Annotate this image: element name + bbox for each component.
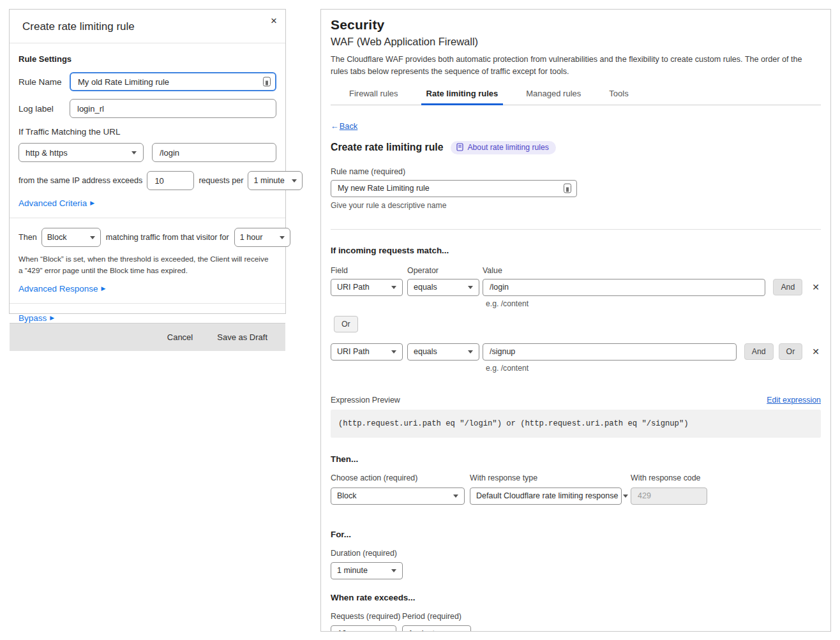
back-link[interactable]: ← Back (331, 121, 357, 131)
expression-preview-code: (http.request.uri.path eq "/login") or (… (331, 410, 821, 438)
form-title: Create rate limiting rule (331, 142, 443, 153)
tab-tools[interactable]: Tools (606, 89, 631, 105)
cancel-button[interactable]: Cancel (167, 332, 193, 342)
and-button[interactable]: And (744, 343, 774, 360)
or-button[interactable]: Or (334, 316, 358, 332)
caret-right-icon: ▶ (50, 315, 54, 321)
value-label: Value (483, 266, 502, 275)
field-label: Field (331, 266, 407, 275)
dialog-footer: Cancel Save as Draft (10, 323, 285, 351)
period-select[interactable]: 1 minute (402, 625, 471, 632)
page-subtitle: WAF (Web Application Firewall) (331, 36, 821, 48)
back-arrow-icon: ← (331, 121, 339, 131)
threshold-input[interactable] (147, 171, 194, 190)
bypass-link[interactable]: Bypass ▶ (19, 313, 54, 323)
autofill-icon[interactable] (564, 184, 571, 193)
dialog-body: Rule Settings Rule Name Log label If Tra… (10, 43, 285, 323)
log-label-input[interactable] (70, 99, 276, 118)
caret-right-icon: ▶ (101, 286, 106, 292)
or-button[interactable]: Or (779, 343, 803, 360)
legacy-duration-select[interactable]: 1 hour (234, 228, 290, 247)
page-title: Security (331, 17, 821, 33)
operator-label: Operator (407, 266, 483, 275)
response-code-label: With response code (631, 473, 707, 482)
action-select[interactable]: Block (331, 487, 465, 505)
log-label-label: Log label (19, 104, 70, 114)
url-input[interactable] (152, 143, 276, 162)
operator-select[interactable]: equals (407, 279, 479, 296)
dialog-header: Create rate limiting rule × (10, 10, 285, 43)
divider (331, 229, 821, 230)
value-hint: e.g. /content (486, 364, 821, 373)
waf-security-panel: Security WAF (Web Application Firewall) … (320, 9, 831, 632)
tab-rate-limiting-rules[interactable]: Rate limiting rules (424, 89, 501, 105)
rule-name-label: Rule Name (19, 77, 70, 87)
choose-action-label: Choose action (required) (331, 473, 465, 482)
requests-label: Requests (required) (331, 612, 402, 621)
response-type-label: With response type (470, 473, 622, 482)
field-select[interactable]: URI Path (331, 279, 403, 296)
rule-name-label: Rule name (required) (331, 167, 821, 176)
and-button[interactable]: And (773, 279, 802, 295)
threshold-suffix-text: requests per (199, 176, 243, 185)
rule-name-input[interactable] (331, 180, 577, 197)
close-icon[interactable]: × (271, 15, 277, 26)
edit-expression-link[interactable]: Edit expression (767, 396, 821, 405)
match-heading: If incoming requests match... (331, 246, 821, 255)
for-heading: For... (331, 530, 821, 539)
then-label: Then (19, 233, 37, 242)
legacy-rate-limit-dialog: Create rate limiting rule × Rule Setting… (9, 9, 286, 314)
autofill-icon[interactable] (263, 77, 271, 87)
response-type-select[interactable]: Default Cloudflare rate limiting respons… (470, 487, 622, 505)
value-input[interactable] (483, 343, 737, 361)
block-note-text: When “Block” is set, when the threshold … (19, 253, 276, 277)
traffic-match-heading: If Traffic Matching the URL (19, 127, 276, 137)
duration-label: Duration (required) (331, 549, 821, 558)
advanced-response-link[interactable]: Advanced Response ▶ (19, 284, 106, 294)
condition-row: URI Path equals And ✕ (331, 279, 821, 296)
remove-condition-icon[interactable]: ✕ (811, 345, 821, 358)
legacy-action-select[interactable]: Block (41, 228, 101, 247)
divider (10, 303, 285, 304)
threshold-prefix-text: from the same IP address exceeds (19, 176, 142, 185)
caret-right-icon: ▶ (90, 200, 94, 206)
tab-firewall-rules[interactable]: Firewall rules (347, 89, 401, 105)
rule-settings-heading: Rule Settings (19, 54, 276, 64)
save-as-draft-button[interactable]: Save as Draft (217, 332, 267, 342)
legacy-period-select[interactable]: 1 minute (248, 171, 303, 190)
scheme-select[interactable]: http & https (19, 143, 144, 162)
operator-select[interactable]: equals (407, 343, 479, 361)
rate-heading: When rate exceeds... (331, 593, 821, 602)
document-icon (456, 143, 463, 151)
period-label: Period (required) (402, 612, 461, 621)
expression-preview-label: Expression Preview (331, 396, 400, 405)
rule-name-help: Give your rule a descriptive name (331, 201, 821, 210)
field-select[interactable]: URI Path (331, 343, 403, 361)
rule-name-input[interactable] (70, 72, 276, 91)
waf-tabs: Firewall rules Rate limiting rules Manag… (331, 89, 821, 105)
dialog-title: Create rate limiting rule (22, 20, 135, 33)
tab-managed-rules[interactable]: Managed rules (523, 89, 583, 105)
advanced-criteria-link[interactable]: Advanced Criteria ▶ (19, 198, 94, 208)
page-description: The Cloudflare WAF provides both automat… (331, 54, 821, 78)
about-rate-limiting-link[interactable]: About rate limiting rules (451, 141, 555, 154)
requests-input[interactable] (331, 625, 396, 632)
value-hint: e.g. /content (486, 299, 821, 308)
then-suffix-text: matching traffic from that visitor for (106, 233, 229, 242)
remove-condition-icon[interactable]: ✕ (811, 281, 821, 294)
condition-row: URI Path equals And Or ✕ (331, 343, 821, 361)
duration-select[interactable]: 1 minute (331, 562, 403, 579)
value-input[interactable] (483, 279, 765, 296)
response-code-input (631, 487, 707, 505)
divider (10, 218, 285, 218)
then-heading: Then... (331, 454, 821, 464)
